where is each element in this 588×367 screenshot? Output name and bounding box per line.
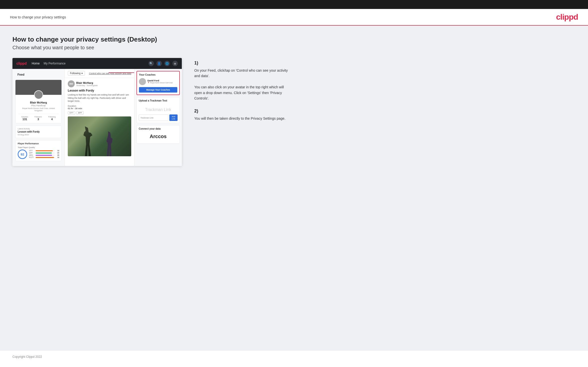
stat-followers: Followers 3 bbox=[35, 116, 42, 121]
clippd-logo: clippd bbox=[556, 12, 578, 22]
instruction-2: 2) You will then be taken directly to th… bbox=[194, 108, 576, 121]
latest-label: Latest Activity bbox=[18, 128, 59, 130]
app-nav-home: Home bbox=[32, 62, 40, 65]
following-button[interactable]: Following ▾ bbox=[68, 71, 85, 76]
site-footer: Copyright Clippd 2022 bbox=[0, 350, 588, 363]
perf-title: Player Performance bbox=[18, 142, 59, 145]
profile-stats: Activities 131 Followers 3 Following 4 bbox=[18, 114, 59, 121]
perf-track-arg bbox=[36, 155, 55, 156]
arccos-text: Arccos bbox=[139, 132, 178, 141]
copyright-text: Copyright Clippd 2022 bbox=[12, 355, 42, 359]
perf-bars: OTT 90 APP 85 ARG bbox=[29, 150, 59, 159]
instruction-2-text: You will then be taken directly to the P… bbox=[194, 116, 289, 121]
perf-label-ott: OTT bbox=[29, 150, 35, 152]
perf-track-putt bbox=[36, 157, 55, 158]
person-icon: 👤 bbox=[156, 61, 162, 66]
coach-name: David Ford bbox=[147, 79, 173, 82]
instruction-1-text: On your Feed, click/tap on 'Control who … bbox=[194, 68, 289, 101]
perf-val-putt: 96 bbox=[56, 157, 59, 158]
stat-following: Following 4 bbox=[48, 116, 56, 121]
duration-label: Duration bbox=[68, 105, 76, 107]
coaches-box: Your Coaches David Ford 📍 Royal North De… bbox=[136, 71, 180, 95]
duration-value: 01 hr : 30 min bbox=[68, 107, 82, 110]
feed-tab: Feed bbox=[15, 72, 62, 77]
location-pin-icon: 📍 bbox=[147, 82, 150, 84]
latest-title: Lesson with Fordy bbox=[18, 130, 59, 133]
perf-fill-arg bbox=[36, 155, 52, 156]
perf-fill-app bbox=[36, 153, 52, 154]
app-sidebar: Feed Blair McHarg Plus Handicap Royal No… bbox=[12, 69, 65, 166]
add-link-button[interactable]: Add Link bbox=[169, 114, 178, 121]
perf-fill-ott bbox=[36, 150, 53, 151]
perf-bar-arg: ARG 86 bbox=[29, 154, 59, 156]
stat-following-label: Following bbox=[48, 116, 56, 118]
app-nav-icons: 🔍 👤 🌐 ◉ bbox=[148, 61, 178, 66]
main-subheading: Choose what you want people to see bbox=[12, 45, 576, 51]
perf-label-app: APP bbox=[29, 152, 35, 154]
tag-ott: OTT bbox=[68, 111, 75, 114]
manage-coaches-button[interactable]: Manage Your Coaches bbox=[139, 87, 177, 93]
following-label: Following bbox=[70, 72, 80, 75]
trackman-input-row: Add Link bbox=[139, 114, 178, 121]
coaches-title: Your Coaches bbox=[139, 73, 177, 76]
feed-header: Following ▾ Control who can see your act… bbox=[65, 69, 134, 78]
coach-info: David Ford 📍 Royal North Devon Golf Club bbox=[147, 79, 173, 84]
top-bar bbox=[0, 0, 588, 9]
golfer-silhouette-1 bbox=[80, 126, 95, 156]
perf-val-app: 85 bbox=[56, 152, 59, 154]
quality-circle: 92 bbox=[18, 150, 27, 159]
app-feed: Following ▾ Control who can see your act… bbox=[65, 69, 134, 166]
page-title: How to change your privacy settings bbox=[10, 15, 66, 19]
connect-title: Connect your data bbox=[139, 127, 178, 130]
main-heading: How to change your privacy settings (Des… bbox=[12, 36, 576, 43]
stat-followers-value: 3 bbox=[35, 118, 42, 121]
coach-club: 📍 Royal North Devon Golf Club bbox=[147, 82, 173, 84]
post-user: BM Blair McHarg Yesterday · Sunningdale bbox=[68, 80, 131, 87]
main-content: How to change your privacy settings (Des… bbox=[0, 26, 588, 350]
perf-val-arg: 86 bbox=[56, 154, 59, 156]
post-user-info: Blair McHarg Yesterday · Sunningdale bbox=[76, 81, 98, 87]
instruction-2-num: 2) bbox=[194, 108, 576, 114]
golfer-silhouette-2 bbox=[104, 131, 115, 156]
post-tags: OTT APP bbox=[68, 111, 131, 114]
instruction-1-num: 1) bbox=[194, 60, 576, 66]
content-layout: clippd Home My Performance 🔍 👤 🌐 ◉ Feed bbox=[12, 58, 576, 166]
app-body: Feed Blair McHarg Plus Handicap Royal No… bbox=[12, 69, 182, 166]
perf-body: 92 OTT 90 APP 85 bbox=[18, 150, 59, 159]
post-title: Lesson with Fordy bbox=[68, 89, 131, 92]
perf-bar-putt: PUTT 96 bbox=[29, 157, 59, 158]
perf-bar-app: APP 85 bbox=[29, 152, 59, 154]
profile-banner bbox=[15, 80, 62, 95]
stat-activities-label: Activities bbox=[21, 116, 28, 118]
app-screenshot: clippd Home My Performance 🔍 👤 🌐 ◉ Feed bbox=[12, 58, 182, 166]
perf-label-putt: PUTT bbox=[29, 157, 35, 158]
trackman-input[interactable] bbox=[139, 114, 168, 121]
perf-bar-ott: OTT 90 bbox=[29, 150, 59, 152]
feed-post: BM Blair McHarg Yesterday · Sunningdale … bbox=[65, 78, 134, 159]
profile-club: Royal North Devon Golf Club, United King… bbox=[18, 107, 59, 112]
profile-subtitle: Plus Handicap bbox=[18, 104, 59, 107]
latest-date: 03 Aug 2022 bbox=[18, 134, 59, 136]
globe-icon: 🌐 bbox=[164, 61, 170, 66]
connect-box: Connect your data Arccos bbox=[136, 125, 180, 144]
profile-name: Blair McHarg bbox=[18, 101, 59, 104]
coach-club-text: Royal North Devon Golf Club bbox=[150, 82, 173, 84]
search-icon: 🔍 bbox=[148, 61, 154, 66]
app-logo-text: clippd bbox=[16, 61, 27, 65]
stat-following-value: 4 bbox=[48, 118, 56, 121]
app-nav: clippd Home My Performance 🔍 👤 🌐 ◉ bbox=[12, 58, 182, 69]
post-user-name: Blair McHarg bbox=[76, 81, 98, 84]
chevron-down-icon: ▾ bbox=[81, 72, 83, 75]
post-user-avatar: BM bbox=[68, 80, 75, 87]
stat-followers-label: Followers bbox=[35, 116, 42, 118]
perf-track-app bbox=[36, 153, 55, 154]
post-duration: Duration 01 hr : 30 min bbox=[68, 105, 131, 110]
player-performance: Player Performance Total Player Quality … bbox=[15, 140, 62, 161]
trackman-title: Upload a Trackman Test bbox=[139, 99, 178, 102]
coach-item: David Ford 📍 Royal North Devon Golf Club bbox=[139, 78, 177, 85]
red-annotation-arrow bbox=[109, 72, 134, 73]
perf-label-arg: ARG bbox=[29, 154, 35, 156]
site-header: How to change your privacy settings clip… bbox=[0, 9, 588, 26]
trackman-box: Upload a Trackman Test Trackman Link Add… bbox=[136, 97, 180, 123]
latest-activity: Latest Activity Lesson with Fordy 03 Aug… bbox=[15, 125, 62, 138]
